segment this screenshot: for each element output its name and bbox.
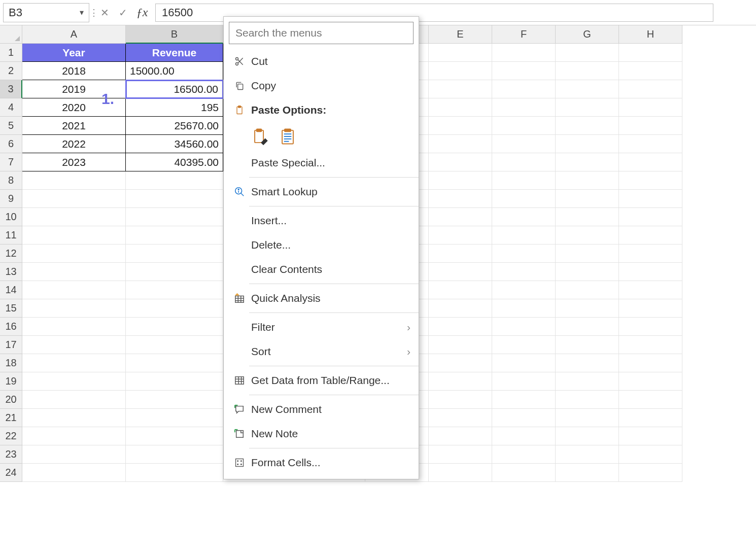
- cell-E12[interactable]: [429, 245, 492, 263]
- cell-G2[interactable]: [556, 62, 619, 80]
- cell-B22[interactable]: [126, 427, 223, 445]
- cell-A24[interactable]: [22, 464, 126, 482]
- menu-clear-contents[interactable]: Clear Contents: [224, 257, 419, 282]
- cell-F13[interactable]: [492, 263, 556, 281]
- cell-B20[interactable]: [126, 391, 223, 409]
- cell-H16[interactable]: [619, 318, 682, 336]
- cell-F14[interactable]: [492, 281, 556, 299]
- cell-A19[interactable]: [22, 372, 126, 391]
- cell-A21[interactable]: [22, 409, 126, 427]
- cell-B2[interactable]: 15000.00: [126, 62, 223, 80]
- cell-B13[interactable]: [126, 263, 223, 281]
- row-header-2[interactable]: 2: [0, 62, 22, 80]
- cell-A16[interactable]: [22, 318, 126, 336]
- cell-B10[interactable]: [126, 208, 223, 226]
- cell-E23[interactable]: [429, 445, 492, 464]
- cell-B17[interactable]: [126, 336, 223, 354]
- cell-A12[interactable]: [22, 245, 126, 263]
- row-header-12[interactable]: 12: [0, 245, 22, 263]
- row-header-13[interactable]: 13: [0, 263, 22, 281]
- col-header-F[interactable]: F: [492, 25, 556, 44]
- cell-H3[interactable]: [619, 80, 682, 98]
- cell-F21[interactable]: [492, 409, 556, 427]
- cell-E2[interactable]: [429, 62, 492, 80]
- cell-G19[interactable]: [556, 372, 619, 391]
- cell-H12[interactable]: [619, 245, 682, 263]
- select-all-corner[interactable]: [0, 25, 22, 44]
- cell-A8[interactable]: [22, 171, 126, 190]
- cell-E17[interactable]: [429, 336, 492, 354]
- cell-H20[interactable]: [619, 391, 682, 409]
- row-header-22[interactable]: 22: [0, 427, 22, 445]
- row-header-24[interactable]: 24: [0, 464, 22, 482]
- cell-H7[interactable]: [619, 153, 682, 171]
- cell-A5[interactable]: 2021: [22, 117, 126, 135]
- cell-E8[interactable]: [429, 171, 492, 190]
- cell-E24[interactable]: [429, 464, 492, 482]
- row-header-23[interactable]: 23: [0, 445, 22, 464]
- cell-H18[interactable]: [619, 354, 682, 372]
- cell-A18[interactable]: [22, 354, 126, 372]
- cell-E13[interactable]: [429, 263, 492, 281]
- cell-G15[interactable]: [556, 299, 619, 318]
- menu-insert[interactable]: Insert...: [224, 208, 419, 233]
- cell-B16[interactable]: [126, 318, 223, 336]
- cell-E20[interactable]: [429, 391, 492, 409]
- cell-H11[interactable]: [619, 226, 682, 245]
- cell-F17[interactable]: [492, 336, 556, 354]
- cell-H22[interactable]: [619, 427, 682, 445]
- row-header-15[interactable]: 15: [0, 299, 22, 318]
- col-header-A[interactable]: A: [22, 25, 126, 44]
- row-header-5[interactable]: 5: [0, 117, 22, 135]
- cell-F19[interactable]: [492, 372, 556, 391]
- cell-B19[interactable]: [126, 372, 223, 391]
- row-header-21[interactable]: 21: [0, 409, 22, 427]
- chevron-down-icon[interactable]: ▾: [80, 8, 84, 17]
- row-header-4[interactable]: 4: [0, 98, 22, 117]
- menu-new-comment[interactable]: New Comment: [224, 397, 419, 422]
- cell-F15[interactable]: [492, 299, 556, 318]
- cell-G20[interactable]: [556, 391, 619, 409]
- cell-H8[interactable]: [619, 171, 682, 190]
- cell-E7[interactable]: [429, 153, 492, 171]
- cell-H9[interactable]: [619, 190, 682, 208]
- cell-E19[interactable]: [429, 372, 492, 391]
- cell-E1[interactable]: [429, 44, 492, 62]
- cell-E9[interactable]: [429, 190, 492, 208]
- cell-G18[interactable]: [556, 354, 619, 372]
- row-header-7[interactable]: 7: [0, 153, 22, 171]
- row-header-1[interactable]: 1: [0, 44, 22, 62]
- col-header-H[interactable]: H: [619, 25, 682, 44]
- paste-option-default[interactable]: [251, 126, 269, 147]
- cell-F10[interactable]: [492, 208, 556, 226]
- cell-E11[interactable]: [429, 226, 492, 245]
- cell-H2[interactable]: [619, 62, 682, 80]
- cell-G17[interactable]: [556, 336, 619, 354]
- cell-F4[interactable]: [492, 98, 556, 117]
- cell-G16[interactable]: [556, 318, 619, 336]
- menu-new-note[interactable]: New Note: [224, 422, 419, 446]
- cell-F16[interactable]: [492, 318, 556, 336]
- cell-B9[interactable]: [126, 190, 223, 208]
- menu-get-data[interactable]: Get Data from Table/Range...: [224, 368, 419, 393]
- cell-F18[interactable]: [492, 354, 556, 372]
- cell-E15[interactable]: [429, 299, 492, 318]
- cell-F3[interactable]: [492, 80, 556, 98]
- paste-option-values[interactable]: [279, 126, 297, 147]
- cell-G9[interactable]: [556, 190, 619, 208]
- cell-G4[interactable]: [556, 98, 619, 117]
- cell-E10[interactable]: [429, 208, 492, 226]
- cell-B12[interactable]: [126, 245, 223, 263]
- cell-H17[interactable]: [619, 336, 682, 354]
- cell-E3[interactable]: [429, 80, 492, 98]
- menu-copy[interactable]: Copy: [224, 74, 419, 98]
- menu-cut[interactable]: Cut: [224, 49, 419, 74]
- col-header-E[interactable]: E: [429, 25, 492, 44]
- cell-F6[interactable]: [492, 135, 556, 153]
- cell-B8[interactable]: [126, 171, 223, 190]
- cell-B15[interactable]: [126, 299, 223, 318]
- cell-B6[interactable]: 34560.00: [126, 135, 223, 153]
- fx-icon[interactable]: ƒx: [132, 6, 152, 19]
- cell-A2[interactable]: 2018: [22, 62, 126, 80]
- name-box[interactable]: B3 ▾: [3, 3, 89, 22]
